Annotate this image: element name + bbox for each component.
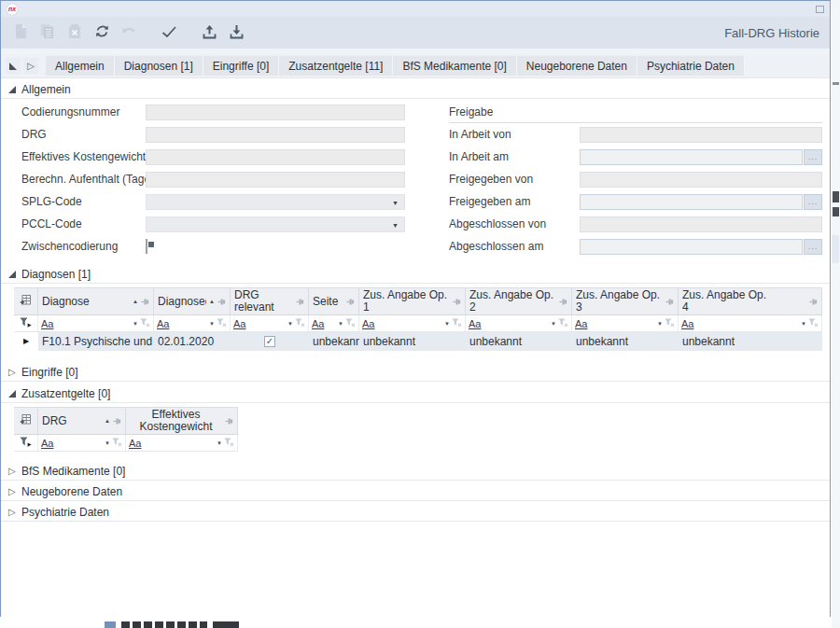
clear-filter-icon[interactable] (558, 317, 568, 330)
download-button[interactable] (227, 23, 245, 42)
table-row[interactable]: ▶ F10.1 Psychische und 02.01.2020 ✓ unbe… (14, 332, 822, 351)
in-arbeit-am-picker-button[interactable]: ... (804, 149, 822, 165)
section-header-eingriffe[interactable]: ▷ Eingriffe [0] (1, 363, 830, 382)
cell-zus-angabe-op-3[interactable]: unbekannt (572, 332, 679, 351)
pin-icon[interactable] (559, 298, 567, 306)
expand-icon[interactable]: ▷ (8, 508, 16, 517)
cell-zus-angabe-op-4[interactable]: unbekannt (679, 332, 822, 351)
filter-type-button[interactable]: Aa (233, 318, 245, 329)
tab-scroll-right-button[interactable]: ▷ (23, 58, 38, 74)
cell-zus-angabe-op-2[interactable]: unbekannt (466, 332, 572, 351)
tab-neugeborene-daten[interactable]: Neugeborene Daten (517, 56, 637, 76)
tab-diagnosen[interactable]: Diagnosen [1] (115, 56, 203, 76)
maximize-button[interactable] (816, 6, 824, 13)
pin-icon[interactable] (453, 298, 461, 306)
section-header-bfs-medikamente[interactable]: ▷ BfS Medikamente [0] (1, 462, 830, 481)
filter-cell-zus-angabe-op-3[interactable]: Aa ▼ (572, 315, 679, 331)
filter-type-button[interactable]: Aa (469, 318, 481, 329)
filter-menu-button[interactable] (14, 315, 38, 331)
clear-filter-icon[interactable] (112, 437, 122, 450)
filter-type-button[interactable]: Aa (157, 318, 169, 329)
new-document-button[interactable] (11, 23, 30, 42)
column-header-zus-angabe-op-4[interactable]: Zus. Angabe Op. 4 (679, 288, 822, 314)
collapse-icon[interactable] (8, 390, 16, 398)
in-arbeit-am-field[interactable] (580, 149, 803, 165)
expand-icon[interactable]: ▷ (8, 467, 16, 476)
section-header-zusatzentgelte[interactable]: Zusatzentgelte [0] (1, 384, 830, 403)
filter-cell-effektives-kostengewicht[interactable]: Aa ▼ (126, 435, 238, 451)
pin-icon[interactable] (346, 298, 355, 306)
pccl-code-dropdown[interactable]: ▼ (146, 216, 405, 232)
chevron-down-icon[interactable]: ▼ (392, 200, 399, 206)
filter-cell-drg[interactable]: Aa ▼ (38, 435, 126, 451)
clear-filter-icon[interactable] (224, 437, 234, 450)
chevron-down-icon[interactable]: ▼ (392, 222, 399, 229)
tab-zusatzentgelte[interactable]: Zusatzentgelte [11] (279, 56, 393, 76)
copy-button[interactable] (38, 23, 57, 42)
column-header-zus-angabe-op-3[interactable]: Zus. Angabe Op. 3 (572, 288, 679, 314)
filter-cell-zus-angabe-op-4[interactable]: Aa ▼ (679, 315, 822, 331)
refresh-button[interactable] (92, 23, 111, 42)
zwischencodierung-checkbox[interactable] (146, 239, 147, 254)
tab-eingriffe[interactable]: Eingriffe [0] (203, 56, 279, 76)
column-header-zus-angabe-op-2[interactable]: Zus. Angabe Op. 2 (466, 288, 572, 314)
abgeschlossen-am-picker-button[interactable]: ... (804, 239, 822, 255)
column-header-drg[interactable]: DRG ▲ (38, 408, 126, 434)
clear-filter-icon[interactable] (140, 317, 150, 330)
chevron-down-icon[interactable]: ▼ (338, 321, 343, 327)
section-header-diagnosen[interactable]: Diagnosen [1] (1, 265, 830, 284)
checkbox-checked[interactable]: ✓ (264, 336, 275, 347)
clear-filter-icon[interactable] (665, 317, 675, 330)
pin-icon[interactable] (225, 417, 233, 426)
pin-icon[interactable] (113, 417, 121, 426)
filter-cell-diagnose[interactable]: Aa ▼ (38, 315, 154, 331)
confirm-button[interactable] (160, 23, 178, 42)
chevron-down-icon[interactable]: ▼ (444, 321, 450, 327)
freigegeben-am-picker-button[interactable]: ... (804, 194, 822, 210)
filter-type-button[interactable]: Aa (129, 438, 141, 449)
delete-button[interactable] (65, 23, 84, 42)
chevron-down-icon[interactable]: ▼ (551, 321, 556, 327)
chevron-down-icon[interactable]: ▼ (287, 321, 293, 327)
column-header-diagnose[interactable]: Diagnose ▲ (38, 288, 154, 314)
filter-type-button[interactable]: Aa (362, 318, 374, 329)
clear-filter-icon[interactable] (217, 317, 227, 330)
column-header-drg-relevant[interactable]: DRG relevant (231, 288, 309, 314)
pin-icon[interactable] (665, 298, 674, 306)
upload-button[interactable] (200, 23, 218, 42)
section-header-neugeborene-daten[interactable]: ▷ Neugeborene Daten (1, 482, 830, 501)
abgeschlossen-am-field[interactable] (580, 239, 803, 255)
section-header-allgemein[interactable]: Allgemein (1, 80, 830, 99)
column-header-diagnosedatum[interactable]: Diagnosedatum ▲ (154, 288, 231, 314)
section-header-psychiatrie-daten[interactable]: ▷ Psychiatrie Daten (1, 503, 830, 522)
filter-type-button[interactable]: Aa (575, 318, 587, 329)
freigegeben-am-field[interactable] (580, 194, 803, 210)
expand-icon[interactable]: ▷ (8, 368, 16, 377)
filter-cell-zus-angabe-op-2[interactable]: Aa ▼ (466, 315, 572, 331)
chevron-down-icon[interactable]: ▼ (133, 321, 138, 327)
column-header-seite[interactable]: Seite (309, 288, 359, 314)
tab-bfs-medikamente[interactable]: BfS Medikamente [0] (393, 56, 516, 76)
filter-type-button[interactable]: Aa (41, 318, 53, 329)
pin-icon[interactable] (141, 298, 149, 306)
pin-icon[interactable] (809, 298, 818, 306)
tab-scroll-left-button[interactable] (6, 58, 21, 74)
tab-psychiatrie-daten[interactable]: Psychiatrie Daten (637, 56, 745, 76)
cell-diagnosedatum[interactable]: 02.01.2020 (154, 332, 231, 351)
column-chooser-button[interactable] (14, 408, 38, 434)
clear-filter-icon[interactable] (808, 317, 819, 330)
filter-type-button[interactable]: Aa (681, 318, 693, 329)
tab-allgemein[interactable]: Allgemein (46, 56, 115, 76)
expand-icon[interactable]: ▷ (8, 487, 16, 496)
cell-seite[interactable]: unbekannt (309, 332, 359, 351)
filter-cell-diagnosedatum[interactable]: Aa ▼ (154, 315, 231, 331)
collapse-icon[interactable] (8, 271, 16, 278)
clear-filter-icon[interactable] (345, 317, 356, 330)
chevron-down-icon[interactable]: ▼ (217, 440, 222, 446)
chevron-down-icon[interactable]: ▼ (105, 440, 110, 446)
pin-icon[interactable] (217, 298, 226, 306)
filter-cell-zus-angabe-op-1[interactable]: Aa ▼ (359, 315, 466, 331)
clear-filter-icon[interactable] (295, 317, 305, 330)
collapse-icon[interactable] (8, 86, 16, 93)
undo-button[interactable] (119, 23, 138, 42)
